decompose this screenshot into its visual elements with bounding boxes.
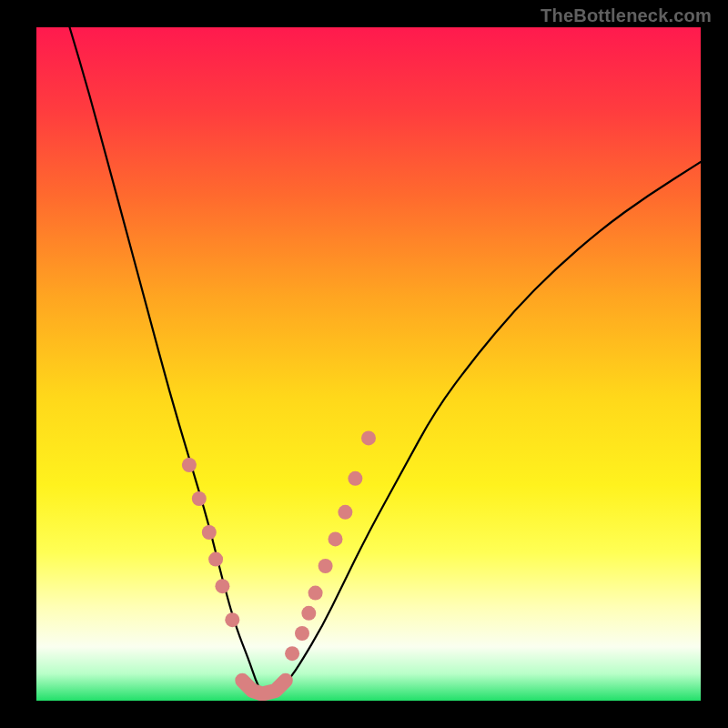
highlight-dot [285,646,299,661]
highlight-dot [215,579,229,593]
highlight-dots-left [182,458,239,627]
plot-area [36,27,701,701]
highlight-dot [318,559,333,573]
highlight-dash-floor [242,681,286,694]
highlight-dot [348,471,362,486]
watermark-text: TheBottleneck.com [541,5,712,26]
highlight-floor-segment [242,681,286,694]
highlight-dot [225,612,239,627]
curve-layer [36,27,701,701]
highlight-dot [329,531,343,546]
highlight-dot [295,626,309,641]
bottleneck-curve [70,27,702,694]
highlight-dot [182,458,197,472]
highlight-dot [192,491,207,506]
highlight-dot [308,586,323,601]
highlight-dot [208,552,223,567]
highlight-dot [202,525,217,540]
chart-stage: TheBottleneck.com [0,0,728,728]
highlight-dot [338,505,352,520]
highlight-dot [361,430,376,445]
highlight-dot [301,606,316,621]
